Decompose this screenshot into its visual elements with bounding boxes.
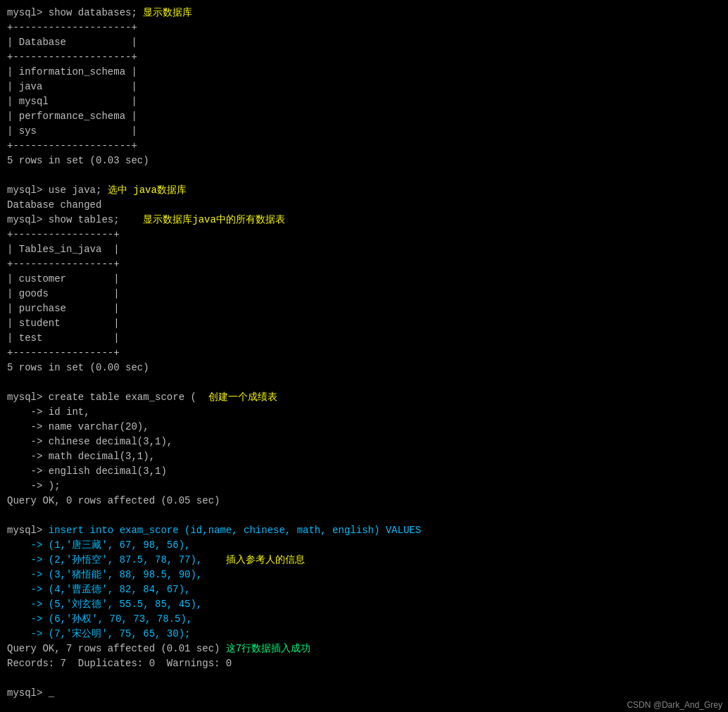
border-3: +--------------------+ bbox=[7, 139, 721, 154]
annotation-4: 创建一个成绩表 bbox=[196, 392, 277, 403]
table-data-purchase: | purchase | bbox=[7, 301, 721, 316]
annotation-3: 显示数据库java中的所有数据表 bbox=[120, 214, 285, 225]
db-changed: Database changed bbox=[7, 198, 721, 213]
insert-row-1: -> (1,'唐三藏', 67, 98, 56), bbox=[7, 538, 721, 553]
insert-row-3: -> (3,'猪悟能', 88, 98.5, 90), bbox=[7, 568, 721, 582]
success-annotation: 这7行数据插入成功 bbox=[220, 643, 310, 654]
arrow-6: -> ); bbox=[7, 479, 721, 494]
annotation-1: 显示数据库 bbox=[137, 7, 192, 18]
table-data-student: | student | bbox=[7, 316, 721, 331]
watermark: CSDN @Dark_And_Grey bbox=[627, 700, 722, 710]
insert-row-5: -> (5,'刘玄德', 55.5, 85, 45), bbox=[7, 597, 721, 612]
terminal: mysql> show databases; 显示数据库 +----------… bbox=[7, 6, 721, 710]
result-1: 5 rows in set (0.03 sec) bbox=[7, 154, 721, 168]
blank-3 bbox=[7, 508, 721, 523]
prompt-5: mysql> bbox=[7, 525, 49, 536]
result-3: Query OK, 0 rows affected (0.05 sec) bbox=[7, 494, 721, 508]
border-1: +--------------------+ bbox=[7, 20, 721, 35]
arrow-2: -> name varchar(20), bbox=[7, 420, 721, 435]
header-2: | Tables_in_java | bbox=[7, 242, 721, 257]
insert-cmd: insert into exam_score (id,name, chinese… bbox=[49, 525, 421, 536]
line-create-table: mysql> create table exam_score ( 创建一个成绩表 bbox=[7, 390, 721, 405]
line-show-tables: mysql> show tables; 显示数据库java中的所有数据表 bbox=[7, 213, 721, 227]
success-line: Query OK, 7 rows affected (0.01 sec) 这7行… bbox=[7, 642, 721, 656]
insert-row-2: -> (2,'孙悟空', 87.5, 78, 77), bbox=[7, 554, 202, 566]
insert-row-2-line: -> (2,'孙悟空', 87.5, 78, 77), 插入参考人的信息 bbox=[7, 553, 721, 568]
prompt-2: mysql> use java; bbox=[7, 185, 101, 196]
data-1: | information_schema | bbox=[7, 65, 721, 80]
border-6: +-----------------+ bbox=[7, 346, 721, 361]
records-line: Records: 7 Duplicates: 0 Warnings: 0 bbox=[7, 656, 721, 671]
insert-row-4: -> (4,'曹孟德', 82, 84, 67), bbox=[7, 582, 721, 597]
line-insert: mysql> insert into exam_score (id,name, … bbox=[7, 523, 721, 538]
arrow-5: -> english decimal(3,1) bbox=[7, 464, 721, 479]
blank-1 bbox=[7, 168, 721, 183]
annotation-5: 插入参考人的信息 bbox=[202, 554, 305, 566]
data-2: | java | bbox=[7, 80, 721, 94]
prompt-3: mysql> show tables; bbox=[7, 214, 120, 225]
table-data-test: | test | bbox=[7, 331, 721, 346]
result-2: 5 rows in set (0.00 sec) bbox=[7, 361, 721, 375]
arrow-4: -> math decimal(3,1), bbox=[7, 449, 721, 464]
data-4: | performance_schema | bbox=[7, 109, 721, 124]
border-4: +-----------------+ bbox=[7, 227, 721, 242]
annotation-2: 选中 java数据库 bbox=[101, 185, 186, 196]
query-ok: Query OK, 7 rows affected (0.01 sec) bbox=[7, 643, 220, 654]
line-1: mysql> show databases; 显示数据库 bbox=[7, 6, 721, 20]
border-5: +-----------------+ bbox=[7, 257, 721, 272]
cursor-line: mysql> _ bbox=[7, 686, 721, 701]
table-data-goods: | goods | bbox=[7, 287, 721, 301]
blank-4 bbox=[7, 671, 721, 686]
data-5: | sys | bbox=[7, 124, 721, 139]
table-data-customer: | customer | bbox=[7, 272, 721, 287]
arrow-3: -> chinese decimal(3,1), bbox=[7, 435, 721, 449]
data-3: | mysql | bbox=[7, 94, 721, 109]
blank-2 bbox=[7, 375, 721, 390]
line-use-java: mysql> use java; 选中 java数据库 bbox=[7, 183, 721, 198]
border-2: +--------------------+ bbox=[7, 50, 721, 65]
prompt-4: mysql> create table exam_score ( bbox=[7, 392, 196, 403]
prompt: mysql> show databases; bbox=[7, 7, 137, 18]
header-1: | Database | bbox=[7, 35, 721, 50]
arrow-1: -> id int, bbox=[7, 405, 721, 420]
insert-row-6: -> (6,'孙权', 70, 73, 78.5), bbox=[7, 612, 721, 627]
insert-row-7: -> (7,'宋公明', 75, 65, 30); bbox=[7, 627, 721, 642]
